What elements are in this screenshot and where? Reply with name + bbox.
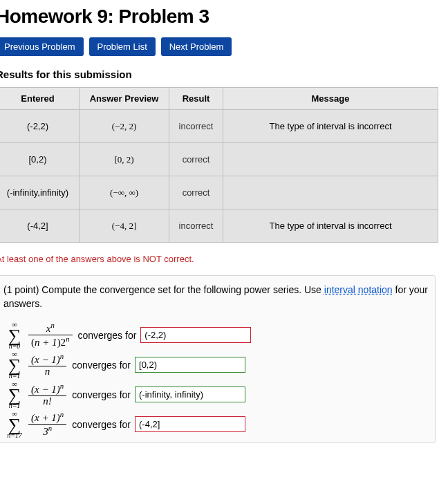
sigma-icon: ∞∑n=0	[3, 321, 26, 350]
answer-input[interactable]	[135, 387, 245, 402]
cell-preview: (−∞, ∞)	[80, 176, 169, 210]
numerator: (x + 1)n	[28, 411, 66, 424]
nav-buttons: Previous Problem Problem List Next Probl…	[0, 37, 448, 56]
table-row: (-4,2](−4, 2]incorrectThe type of interv…	[0, 210, 438, 243]
denominator: n!	[40, 396, 55, 407]
converges-label: converges for	[72, 419, 131, 430]
cell-entered: (-infinity,infinity)	[0, 176, 80, 210]
series-row: ∞∑n=1(x − 1)nn!converges for	[3, 380, 428, 409]
problem-statement: (1 point) Compute the convergence set fo…	[0, 275, 436, 443]
answer-input[interactable]	[140, 327, 251, 343]
cell-entered: [0,2)	[0, 143, 80, 176]
results-table: Entered Answer Preview Result Message (-…	[0, 87, 438, 243]
sigma-icon: ∞∑n=1	[3, 351, 26, 380]
table-row: (-infinity,infinity)(−∞, ∞)correct	[0, 176, 438, 210]
col-preview: Answer Preview	[80, 88, 169, 110]
previous-problem-button[interactable]: Previous Problem	[0, 37, 84, 56]
cell-preview: [0, 2)	[80, 143, 169, 176]
cell-entered: (-4,2]	[0, 210, 80, 243]
cell-preview: (−4, 2]	[80, 210, 169, 243]
fraction: (x + 1)n3n	[28, 411, 66, 438]
cell-message: The type of interval is incorrect	[223, 110, 438, 143]
col-message: Message	[223, 88, 438, 110]
answer-input[interactable]	[135, 416, 245, 432]
fraction: (x − 1)nn	[28, 353, 66, 378]
sigma-lower: n=1	[3, 402, 26, 409]
denominator: n	[42, 366, 53, 378]
cell-result: incorrect	[169, 110, 223, 143]
sigma-lower: n=0	[3, 343, 26, 350]
page-title: Homework 9: Problem 3	[0, 6, 448, 28]
converges-label: converges for	[78, 330, 137, 341]
fraction: xn(n + 1)2n	[28, 322, 73, 348]
numerator: (x − 1)n	[28, 382, 66, 395]
answer-input[interactable]	[135, 357, 245, 373]
cell-result: correct	[169, 176, 223, 210]
cell-message: The type of interval is incorrect	[223, 210, 438, 243]
numerator: (x − 1)n	[28, 353, 66, 366]
sigma-lower: n=17	[3, 432, 26, 439]
sigma-icon: ∞∑n=1	[3, 380, 26, 409]
warning-text: At least one of the answers above is NOT…	[0, 254, 448, 264]
problem-list-button[interactable]: Problem List	[89, 37, 156, 56]
fraction: (x − 1)nn!	[28, 382, 66, 407]
converges-label: converges for	[72, 360, 131, 371]
denominator: 3n	[40, 425, 55, 438]
numerator: xn	[44, 322, 57, 335]
cell-result: incorrect	[169, 210, 223, 243]
series-row: ∞∑n=17(x + 1)n3nconverges for	[3, 410, 428, 439]
sigma-lower: n=1	[3, 373, 26, 380]
series-row: ∞∑n=0xn(n + 1)2nconverges for	[3, 321, 428, 350]
converges-label: converges for	[72, 389, 131, 400]
results-heading: Results for this submission	[0, 68, 448, 80]
col-entered: Entered	[0, 88, 80, 110]
series-row: ∞∑n=1(x − 1)nnconverges for	[3, 351, 428, 380]
table-row: (-2,2)(−2, 2)incorrectThe type of interv…	[0, 110, 438, 143]
table-row: [0,2)[0, 2)correct	[0, 143, 438, 176]
interval-notation-link[interactable]: interval notation	[324, 284, 393, 295]
prompt-lead: (1 point) Compute the convergence set fo…	[3, 284, 324, 295]
cell-result: correct	[169, 143, 223, 176]
cell-preview: (−2, 2)	[80, 110, 169, 143]
cell-entered: (-2,2)	[0, 110, 80, 143]
cell-message	[223, 176, 438, 210]
sigma-icon: ∞∑n=17	[3, 410, 26, 439]
denominator: (n + 1)2n	[28, 335, 73, 348]
cell-message	[223, 143, 438, 176]
next-problem-button[interactable]: Next Problem	[161, 37, 232, 56]
col-result: Result	[169, 88, 223, 110]
prompt-text: (1 point) Compute the convergence set fo…	[3, 283, 428, 311]
